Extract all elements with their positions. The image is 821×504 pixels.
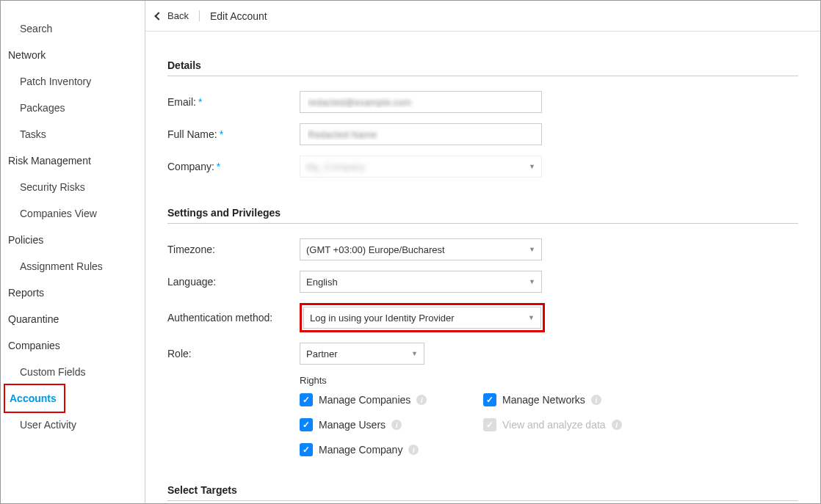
role-select[interactable]: Partner ▼ [300, 343, 424, 365]
back-button[interactable]: Back [156, 10, 200, 21]
right-label: Manage Users [319, 419, 386, 431]
sidebar-item-quarantine[interactable]: Quarantine [1, 306, 145, 332]
chevron-left-icon [154, 12, 162, 20]
sidebar-item-user-activity[interactable]: User Activity [1, 412, 145, 438]
info-icon[interactable]: i [391, 420, 402, 430]
sidebar-item-tasks[interactable]: Tasks [1, 121, 145, 147]
checkbox-icon[interactable]: ✓ [483, 393, 496, 406]
label-company: Company:* [167, 161, 300, 172]
right-label: Manage Networks [502, 394, 585, 406]
sidebar-item-security-risks[interactable]: Security Risks [1, 174, 145, 200]
page-title: Edit Account [210, 10, 267, 22]
timezone-select[interactable]: (GMT +03:00) Europe/Bucharest ▼ [300, 238, 542, 260]
sidebar-item-companies-view[interactable]: Companies View [1, 200, 145, 227]
row-language: Language: English ▼ [167, 271, 798, 293]
checkbox-icon[interactable]: ✓ [300, 393, 313, 406]
label-email: Email:* [167, 96, 300, 108]
sidebar-item-companies[interactable]: Companies [1, 332, 145, 359]
role-value: Partner [306, 348, 338, 359]
row-timezone: Timezone: (GMT +03:00) Europe/Bucharest … [167, 238, 798, 260]
required-mark: * [198, 96, 202, 108]
caret-down-icon: ▼ [528, 314, 535, 321]
rights-header: Rights [300, 375, 798, 386]
auth-select[interactable]: Log in using your Identity Provider ▼ [303, 307, 541, 329]
label-auth: Authentication method: [167, 312, 300, 324]
main: Back Edit Account Details Email:* Full N… [145, 1, 820, 503]
row-fullname: Full Name:* [167, 123, 798, 145]
required-mark: * [220, 128, 223, 140]
company-value: My_Company [306, 161, 365, 172]
right-manage-networks[interactable]: ✓ Manage Networks i [483, 393, 667, 406]
right-manage-users[interactable]: ✓ Manage Users i [300, 418, 483, 431]
sidebar-item-policies[interactable]: Policies [1, 227, 145, 253]
topbar: Back Edit Account [145, 1, 820, 32]
row-email: Email:* [167, 91, 798, 113]
sidebar-item-risk-management[interactable]: Risk Management [1, 147, 145, 174]
section-details-header: Details [167, 59, 798, 76]
sidebar-item-packages[interactable]: Packages [1, 95, 145, 121]
right-label: Manage Companies [319, 394, 410, 406]
email-field[interactable] [300, 91, 542, 113]
checkbox-icon: ✓ [483, 418, 496, 431]
timezone-value: (GMT +03:00) Europe/Bucharest [306, 244, 445, 255]
row-company: Company:* My_Company ▼ [167, 156, 798, 178]
caret-down-icon: ▼ [529, 246, 535, 253]
right-view-analyze: ✓ View and analyze data i [483, 418, 667, 431]
checkbox-icon[interactable]: ✓ [300, 443, 313, 456]
right-manage-companies[interactable]: ✓ Manage Companies i [300, 393, 483, 406]
sidebar-item-assignment-rules[interactable]: Assignment Rules [1, 253, 145, 280]
caret-down-icon: ▼ [529, 278, 535, 285]
section-targets-header: Select Targets [167, 484, 798, 501]
language-select[interactable]: English ▼ [300, 271, 542, 293]
row-role: Role: Partner ▼ [167, 343, 798, 365]
rights-area: Rights ✓ Manage Companies i ✓ Manage Net… [300, 375, 798, 456]
checkbox-icon[interactable]: ✓ [300, 418, 313, 431]
auth-value: Log in using your Identity Provider [310, 313, 455, 324]
row-auth: Authentication method: Log in using your… [167, 303, 798, 332]
info-icon[interactable]: i [591, 395, 601, 405]
sidebar-item-accounts[interactable]: Accounts [4, 384, 65, 413]
label-timezone: Timezone: [167, 244, 300, 255]
right-label: Manage Company [319, 444, 402, 456]
content: Details Email:* Full Name:* Company:* My… [145, 32, 820, 503]
caret-down-icon: ▼ [411, 350, 418, 357]
language-value: English [306, 277, 338, 288]
company-select[interactable]: My_Company ▼ [300, 156, 542, 178]
info-icon[interactable]: i [612, 420, 622, 430]
info-icon[interactable]: i [416, 395, 427, 405]
label-role: Role: [167, 348, 300, 359]
fullname-field[interactable] [300, 123, 542, 145]
section-settings-header: Settings and Privileges [167, 207, 798, 224]
back-label: Back [167, 10, 189, 21]
caret-down-icon: ▼ [529, 163, 535, 170]
right-manage-company[interactable]: ✓ Manage Company i [300, 443, 483, 456]
label-fullname: Full Name:* [167, 128, 300, 140]
sidebar-item-patch-inventory[interactable]: Patch Inventory [1, 68, 145, 95]
info-icon[interactable]: i [408, 445, 419, 455]
auth-highlight: Log in using your Identity Provider ▼ [300, 303, 545, 332]
right-label: View and analyze data [502, 419, 606, 431]
label-language: Language: [167, 276, 300, 288]
sidebar: Search Network Patch Inventory Packages … [1, 1, 145, 503]
required-mark: * [217, 161, 220, 172]
sidebar-item-reports[interactable]: Reports [1, 280, 145, 306]
sidebar-item-search[interactable]: Search [1, 15, 145, 42]
sidebar-item-custom-fields[interactable]: Custom Fields [1, 359, 145, 385]
sidebar-item-network[interactable]: Network [1, 42, 145, 68]
